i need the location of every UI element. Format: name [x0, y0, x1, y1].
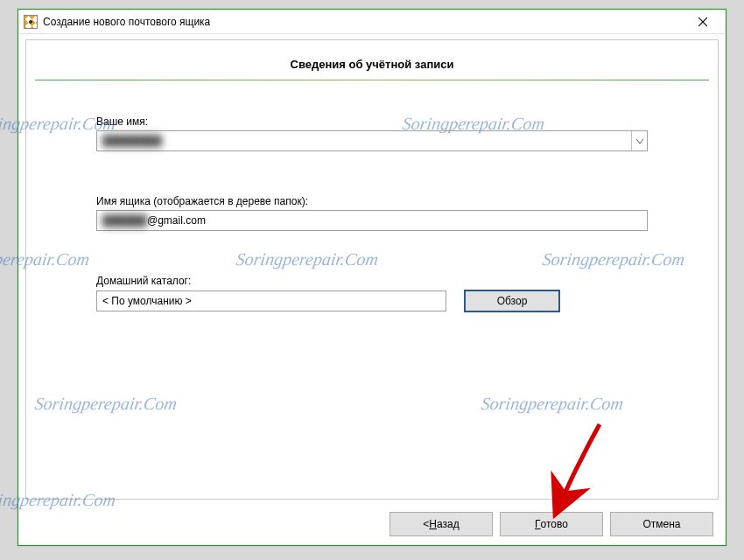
back-suffix: азад: [437, 518, 460, 530]
name-label: Ваше имя:: [96, 116, 648, 128]
finish-button[interactable]: Готово: [500, 512, 603, 536]
dropdown-arrow[interactable]: [631, 131, 647, 150]
button-bar: < Назад Готово Отмена: [390, 512, 713, 536]
dialog-window: Создание нового почтового ящика Сведения…: [18, 9, 726, 546]
field-mailbox-name: Имя ящика (отображается в дереве папок):…: [96, 195, 648, 231]
app-icon: [24, 15, 38, 29]
back-button[interactable]: < Назад: [390, 512, 493, 536]
chevron-down-icon: [636, 139, 643, 144]
home-input[interactable]: < По умолчанию >: [96, 290, 446, 312]
titlebar[interactable]: Создание нового почтового ящика: [18, 10, 726, 34]
back-key: Н: [429, 518, 437, 530]
home-value: < По умолчанию >: [102, 295, 192, 307]
home-row: < По умолчанию > Обзор: [96, 290, 648, 312]
mailbox-value-hidden: ██████: [102, 214, 147, 227]
mailbox-input[interactable]: ██████ @gmail.com: [96, 210, 648, 231]
close-button[interactable]: [685, 11, 720, 32]
browse-button[interactable]: Обзор: [464, 290, 560, 312]
divider: [35, 80, 709, 80]
field-your-name: Ваше имя: ████████: [96, 116, 648, 151]
back-prefix: <: [423, 518, 429, 530]
cancel-label: Отмена: [642, 518, 680, 530]
finish-suffix: отово: [541, 518, 568, 530]
field-home-dir: Домашний каталог: < По умолчанию > Обзор: [96, 275, 648, 312]
cancel-button[interactable]: Отмена: [610, 512, 713, 536]
page-heading: Сведения об учётной записи: [26, 40, 718, 80]
home-label: Домашний каталог:: [96, 275, 648, 287]
window-title: Создание нового почтового ящика: [43, 16, 685, 28]
mailbox-value-suffix: @gmail.com: [147, 214, 206, 227]
name-value: ████████: [97, 135, 631, 147]
mailbox-label: Имя ящика (отображается в дереве папок):: [96, 195, 648, 207]
browse-label: Обзор: [497, 295, 528, 307]
dialog-body: Сведения об учётной записи Ваше имя: ███…: [25, 39, 719, 500]
name-combobox[interactable]: ████████: [96, 130, 648, 151]
close-icon: [698, 18, 707, 26]
